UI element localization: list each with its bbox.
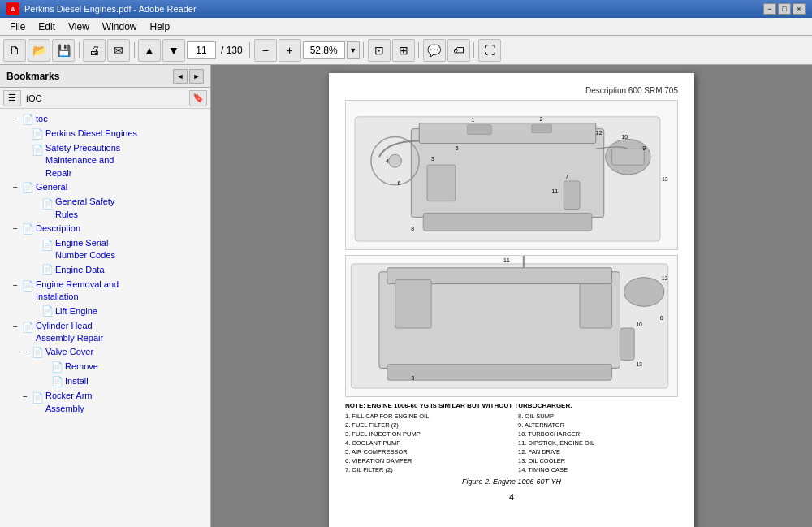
svg-text:1: 1 (472, 117, 475, 123)
open-button[interactable]: 📂 (28, 39, 50, 62)
sidebar-bookmark-button[interactable]: 🔖 (189, 90, 207, 106)
sidebar-toolbar: ☰ tOC 🔖 (0, 88, 210, 109)
menu-edit[interactable]: Edit (32, 19, 62, 34)
toggle-cylinder-head[interactable]: − (10, 322, 21, 333)
toggle-install (39, 376, 50, 387)
pdf-legend: 1. FILL CAP FOR ENGINE OIL 8. OIL SUMP 2… (345, 412, 678, 474)
sidebar-menu-button[interactable]: ☰ (3, 90, 21, 106)
pdf-viewer[interactable]: Description 600 SRM 705 (211, 65, 812, 527)
stamp-button[interactable]: 🏷 (447, 39, 470, 62)
sidebar-expand-button[interactable]: ► (189, 69, 204, 84)
svg-text:13: 13 (662, 176, 668, 182)
new-button[interactable]: 🗋 (3, 39, 26, 62)
bookmark-icon-toc: 📄 (21, 113, 34, 126)
email-button[interactable]: ✉ (107, 39, 130, 62)
maximize-button[interactable]: □ (778, 3, 791, 15)
label-general: General (34, 181, 210, 193)
svg-text:10: 10 (622, 134, 628, 140)
legend-item-5: 5. AIR COMPRESSOR (345, 447, 505, 456)
zoom-in-button[interactable]: + (279, 39, 301, 62)
tree-item-perkins[interactable]: 📄 Perkins Diesel Engines (0, 127, 210, 141)
pdf-header: Description 600 SRM 705 (345, 86, 678, 95)
label-general-safety: General SafetyRules (54, 196, 210, 221)
legend-item-9: 9. ALTERNATOR (518, 421, 678, 430)
bookmark-icon-description: 📄 (21, 222, 34, 235)
svg-rect-28 (387, 364, 612, 380)
tree-item-description[interactable]: − 📄 Description (0, 222, 210, 236)
sidebar-content[interactable]: − 📄 toc 📄 Perkins Diesel Engines 📄 Safet… (0, 109, 210, 527)
tree-item-lift-engine[interactable]: 📄 Lift Engine (0, 305, 210, 319)
toggle-general-safety (29, 197, 41, 209)
zoom-dropdown[interactable]: ▼ (347, 41, 360, 59)
label-engine-removal: Engine Removal andInstallation (34, 279, 210, 304)
toggle-engine-data (29, 265, 41, 276)
svg-rect-29 (395, 280, 431, 328)
sidebar-header: Bookmarks ◄ ► (0, 65, 210, 88)
svg-text:6: 6 (660, 315, 663, 321)
label-toc: toc (34, 113, 210, 125)
comment-button[interactable]: 💬 (423, 39, 446, 62)
tree-item-engine-removal[interactable]: − 📄 Engine Removal andInstallation (0, 278, 210, 305)
menu-view[interactable]: View (62, 19, 96, 34)
tree-item-valve-cover[interactable]: − 📄 Valve Cover (0, 345, 210, 360)
toggle-engine-removal[interactable]: − (10, 280, 21, 292)
tree-item-engine-serial[interactable]: 📄 Engine SerialNumber Codes (0, 236, 210, 263)
toggle-rocker-arm[interactable]: − (19, 391, 31, 403)
tree-item-cylinder-head[interactable]: − 📄 Cylinder HeadAssembly Repair (0, 319, 210, 346)
zoom-out-button[interactable]: − (254, 39, 277, 62)
label-safety: Safety PrecautionsMaintenance andRepair (44, 142, 210, 179)
tree-item-toc[interactable]: − 📄 toc (0, 112, 210, 127)
svg-text:13: 13 (636, 361, 642, 367)
label-engine-serial: Engine SerialNumber Codes (54, 237, 210, 262)
menu-window[interactable]: Window (96, 19, 144, 34)
prev-page-button[interactable]: ▲ (138, 39, 161, 62)
tree-item-engine-data[interactable]: 📄 Engine Data (0, 263, 210, 278)
bookmark-icon-rocker-arm: 📄 (31, 391, 44, 404)
label-remove: Remove (63, 361, 210, 373)
app-icon: A (6, 2, 19, 15)
close-button[interactable]: × (793, 3, 806, 15)
toggle-toc[interactable]: − (10, 114, 21, 125)
toggle-description[interactable]: − (10, 223, 21, 235)
svg-text:8: 8 (411, 375, 414, 381)
next-page-button[interactable]: ▼ (162, 39, 185, 62)
menu-file[interactable]: File (3, 19, 32, 34)
svg-rect-8 (468, 125, 492, 135)
svg-text:4: 4 (386, 158, 389, 164)
toggle-remove (39, 361, 50, 373)
tree-item-general[interactable]: − 📄 General (0, 180, 210, 195)
svg-point-31 (624, 278, 663, 307)
page-number-input[interactable] (187, 41, 216, 59)
svg-rect-4 (612, 149, 645, 165)
svg-rect-7 (423, 213, 592, 231)
menu-bar: File Edit View Window Help (0, 18, 812, 36)
toggle-general[interactable]: − (10, 182, 21, 193)
fit-page-button[interactable]: ⊡ (368, 39, 391, 62)
sidebar: Bookmarks ◄ ► ☰ tOC 🔖 − 📄 toc (0, 65, 211, 527)
tree-item-safety[interactable]: 📄 Safety PrecautionsMaintenance andRepai… (0, 141, 210, 180)
sidebar-collapse-button[interactable]: ◄ (173, 69, 188, 84)
tree-item-remove[interactable]: 📄 Remove (0, 360, 210, 374)
save-button[interactable]: 💾 (52, 39, 75, 62)
bookmark-icon-perkins: 📄 (31, 127, 44, 140)
svg-point-6 (389, 154, 402, 167)
tree-item-general-safety[interactable]: 📄 General SafetyRules (0, 195, 210, 222)
bookmark-icon-engine-removal: 📄 (21, 280, 34, 293)
svg-text:6: 6 (398, 180, 401, 186)
svg-text:9: 9 (642, 145, 646, 151)
toggle-valve-cover[interactable]: − (19, 347, 31, 358)
bookmark-icon-general: 📄 (21, 181, 34, 194)
tree-item-rocker-arm[interactable]: − 📄 Rocker ArmAssembly (0, 389, 210, 416)
label-install: Install (63, 375, 210, 387)
fit-width-button[interactable]: ⊞ (392, 39, 415, 62)
minimize-button[interactable]: − (763, 3, 776, 15)
legend-item-2: 2. FUEL FILTER (2) (345, 421, 505, 430)
pdf-page: Description 600 SRM 705 (329, 73, 694, 527)
legend-item-13: 13. OIL COOLER (518, 456, 678, 465)
zoom-input[interactable] (303, 41, 345, 59)
fullscreen-button[interactable]: ⛶ (478, 39, 501, 62)
menu-help[interactable]: Help (144, 19, 177, 34)
tree-item-install[interactable]: 📄 Install (0, 374, 210, 389)
print-button[interactable]: 🖨 (83, 39, 106, 62)
page-total: / 130 (218, 45, 246, 56)
